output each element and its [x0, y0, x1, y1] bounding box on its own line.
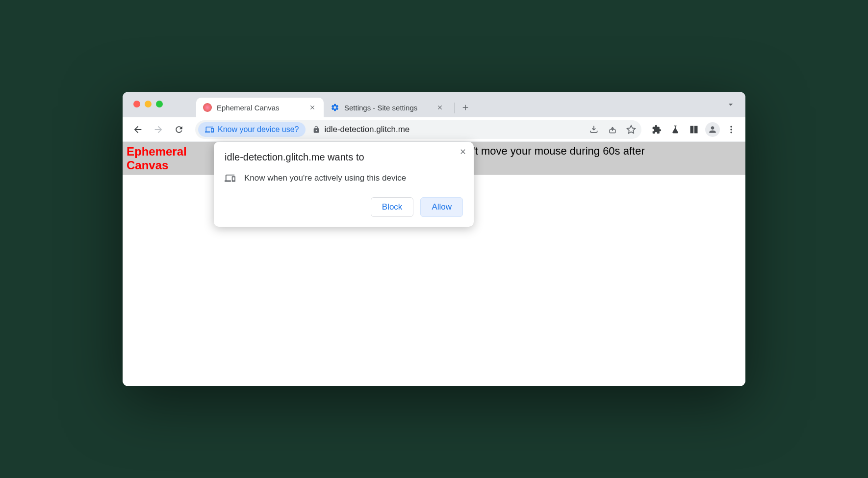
tab-settings[interactable]: Settings - Site settings — [324, 98, 451, 117]
minimize-window-button[interactable] — [145, 101, 152, 107]
permission-prompt: idle-detection.glitch.me wants to Know w… — [214, 142, 474, 227]
address-bar[interactable]: Know your device use? idle-detection.gli… — [195, 120, 641, 139]
allow-button[interactable]: Allow — [420, 197, 463, 217]
browser-window: Ephemeral Canvas Settings - Site setting… — [123, 92, 745, 386]
tab-title: Ephemeral Canvas — [217, 104, 303, 112]
menu-icon[interactable] — [724, 122, 739, 137]
popup-title: idle-detection.glitch.me wants to — [225, 152, 463, 163]
new-tab-button[interactable] — [458, 100, 473, 115]
labs-icon[interactable] — [668, 122, 683, 137]
tab-divider — [454, 103, 455, 113]
reload-button[interactable] — [171, 121, 187, 138]
page-content: Ephemeral Canvas [Don't move your mouse … — [123, 142, 745, 386]
reading-list-icon[interactable] — [687, 122, 701, 137]
devices-icon — [205, 125, 214, 134]
block-button[interactable]: Block — [371, 197, 414, 217]
maximize-window-button[interactable] — [156, 101, 163, 107]
extensions-icon[interactable] — [649, 122, 664, 137]
close-window-button[interactable] — [133, 101, 140, 107]
page-instruction: [Don't move your mouse during 60s after — [450, 145, 645, 158]
close-icon[interactable] — [459, 148, 467, 156]
svg-point-3 — [730, 132, 732, 133]
toolbar: Know your device use? idle-detection.gli… — [123, 117, 745, 142]
permission-chip[interactable]: Know your device use? — [198, 122, 306, 137]
profile-avatar[interactable] — [705, 122, 720, 137]
lock-icon[interactable] — [312, 126, 320, 133]
permission-text: Know when you're actively using this dev… — [244, 173, 406, 183]
close-tab-button[interactable] — [435, 103, 444, 112]
svg-point-2 — [730, 129, 732, 130]
page-title: Ephemeral Canvas — [127, 145, 195, 172]
svg-point-1 — [730, 126, 732, 127]
tab-title: Settings - Site settings — [344, 104, 431, 112]
glitch-favicon-icon — [203, 103, 212, 112]
close-tab-button[interactable] — [308, 103, 317, 112]
back-button[interactable] — [129, 121, 146, 138]
permission-row: Know when you're actively using this dev… — [225, 173, 463, 184]
url-text: idle-detection.glitch.me — [324, 125, 583, 134]
permission-chip-label: Know your device use? — [218, 125, 299, 134]
settings-favicon-icon — [331, 103, 339, 112]
devices-icon — [225, 173, 235, 184]
share-icon[interactable] — [605, 122, 620, 137]
forward-button[interactable] — [150, 121, 167, 138]
window-controls — [133, 101, 163, 107]
tab-ephemeral-canvas[interactable]: Ephemeral Canvas — [196, 98, 324, 117]
install-app-icon[interactable] — [587, 122, 601, 137]
bookmark-star-icon[interactable] — [624, 122, 638, 137]
tab-strip: Ephemeral Canvas Settings - Site setting… — [123, 92, 745, 117]
tab-search-button[interactable] — [726, 100, 736, 109]
